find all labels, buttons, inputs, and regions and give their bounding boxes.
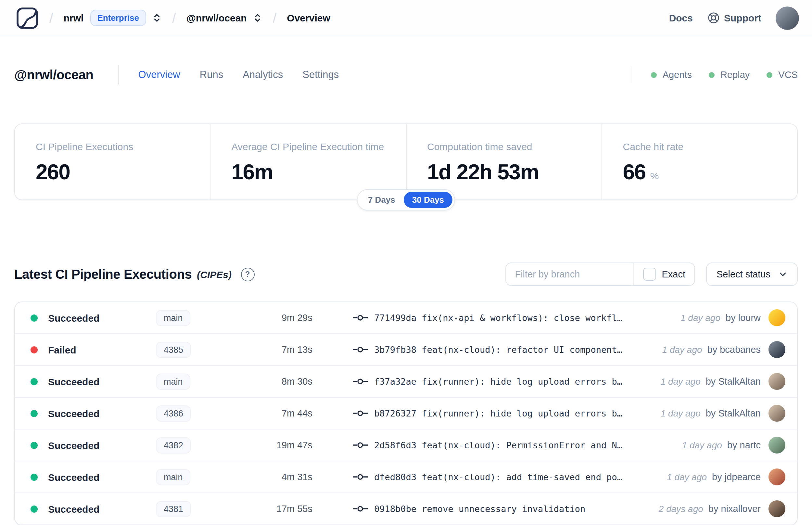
commit-message: 2d58f6d3 feat(nx-cloud): PermissionError…	[374, 440, 622, 450]
author-avatar	[768, 468, 785, 485]
table-row[interactable]: Failed 4385 7m 13s 3b79fb38 feat(nx-clou…	[15, 334, 797, 366]
top-nav: / nrwl Enterprise / @nrwl/ocean / Overvi…	[0, 0, 812, 36]
status-dot-icon	[31, 410, 38, 417]
author-avatar	[768, 405, 785, 422]
author-avatar	[768, 309, 785, 326]
enterprise-plan-badge[interactable]: Enterprise	[90, 10, 146, 26]
cipe-section-header: Latest CI Pipeline Executions (CIPEs) ? …	[14, 262, 798, 286]
time-ago: 1 day ago	[662, 344, 702, 355]
duration: 4m 31s	[227, 472, 312, 482]
commit-message: f37a32ae fix(runner): hide log upload er…	[374, 376, 622, 387]
range-option-7-days[interactable]: 7 Days	[359, 192, 404, 208]
table-row[interactable]: Succeeded main 9m 29s 771499da fix(nx-ap…	[15, 302, 797, 334]
git-commit-icon	[353, 505, 368, 513]
docs-link[interactable]: Docs	[669, 12, 693, 24]
author: by jdpearce	[712, 472, 761, 482]
section-title-note: (CIPEs)	[197, 269, 232, 280]
commit-message: 0918b0be remove unnecessary invalidation	[374, 504, 585, 514]
git-commit-icon	[353, 314, 368, 321]
status-label: Succeeded	[48, 471, 99, 482]
status-label: Succeeded	[48, 376, 99, 387]
time-ago: 1 day ago	[680, 313, 720, 323]
divider	[631, 66, 631, 83]
legend-item-vcs[interactable]: VCS	[767, 70, 798, 80]
section-title: Latest CI Pipeline Executions	[14, 267, 191, 282]
legend-item-agents[interactable]: Agents	[651, 70, 692, 80]
stat-average-execution-time: Average CI Pipeline Execution time 16m	[211, 124, 407, 199]
duration: 7m 13s	[227, 344, 312, 355]
exact-checkbox[interactable]	[643, 268, 656, 281]
commit-message: 3b79fb38 feat(nx-cloud): refactor UI com…	[374, 344, 622, 355]
table-row[interactable]: Succeeded main 4m 31s dfed80d3 feat(nx-c…	[15, 461, 797, 493]
duration: 7m 44s	[227, 408, 312, 418]
status-dot-icon	[31, 473, 38, 480]
time-ago: 2 days ago	[659, 504, 703, 514]
author: by nartc	[727, 440, 761, 450]
exact-match-segment: Exact	[633, 263, 694, 285]
status-label: Succeeded	[48, 439, 99, 451]
divider	[118, 65, 119, 85]
commit-message: 771499da fix(nx-api & workflows): close …	[374, 313, 622, 323]
app-viewport: / nrwl Enterprise / @nrwl/ocean / Overvi…	[0, 0, 812, 525]
table-row[interactable]: Succeeded 4381 17m 55s 0918b0be remove u…	[15, 493, 797, 525]
status-dot-icon	[31, 505, 38, 512]
author: by StalkAltan	[706, 408, 761, 418]
author-avatar	[768, 341, 785, 358]
status-label: Succeeded	[48, 312, 99, 323]
duration: 17m 55s	[227, 504, 312, 514]
status-dot-icon	[31, 314, 38, 321]
status-label: Succeeded	[48, 503, 99, 514]
status-label: Failed	[48, 344, 76, 355]
breadcrumb-org[interactable]: nrwl	[64, 12, 84, 24]
branch-badge: 4385	[156, 342, 191, 358]
tab-analytics[interactable]: Analytics	[243, 69, 283, 80]
legend-item-replay[interactable]: Replay	[709, 70, 750, 80]
status-dot-icon	[31, 346, 38, 353]
green-status-dot-icon	[767, 72, 772, 78]
tab-runs[interactable]: Runs	[200, 69, 223, 80]
date-range-toggle: 7 Days 30 Days	[357, 189, 455, 211]
stats-section: CI Pipeline Executions 260 Average CI Pi…	[14, 123, 798, 200]
breadcrumb-separator: /	[273, 10, 277, 26]
org-switcher-button[interactable]	[152, 13, 162, 23]
workspace-switcher-button[interactable]	[253, 13, 262, 23]
duration: 9m 29s	[227, 313, 312, 323]
user-avatar[interactable]	[776, 6, 799, 30]
breadcrumb-separator: /	[172, 10, 176, 26]
author: by lourw	[725, 313, 761, 323]
help-icon[interactable]: ?	[241, 267, 254, 281]
filter-controls: Exact Select status	[505, 262, 798, 286]
branch-badge: 4382	[156, 437, 191, 453]
duration: 19m 47s	[227, 440, 312, 450]
table-row[interactable]: Succeeded main 8m 30s f37a32ae fix(runne…	[15, 366, 797, 397]
branch-badge: main	[156, 310, 191, 326]
range-option-30-days[interactable]: 30 Days	[404, 192, 453, 208]
nx-cloud-logo-icon[interactable]	[16, 6, 39, 30]
git-commit-icon	[353, 377, 368, 385]
stat-cache-hit-rate: Cache hit rate 66%	[602, 124, 797, 199]
duration: 8m 30s	[227, 376, 312, 387]
table-row[interactable]: Succeeded 4382 19m 47s 2d58f6d3 feat(nx-…	[15, 430, 797, 461]
breadcrumb-separator: /	[49, 10, 53, 26]
table-row[interactable]: Succeeded 4386 7m 44s b8726327 fix(runne…	[15, 397, 797, 430]
nav-right-group: Docs Support	[669, 6, 799, 30]
tab-settings[interactable]: Settings	[302, 69, 339, 80]
author-avatar	[768, 500, 785, 517]
stat-computation-time-saved: Computation time saved 1d 22h 53m	[406, 124, 602, 199]
time-ago: 1 day ago	[667, 472, 707, 482]
stat-ci-pipeline-executions: CI Pipeline Executions 260	[15, 124, 211, 199]
stats-card: CI Pipeline Executions 260 Average CI Pi…	[14, 123, 798, 200]
green-status-dot-icon	[709, 72, 715, 78]
tab-overview[interactable]: Overview	[138, 69, 180, 80]
feature-status-legend: Agents Replay VCS	[631, 66, 798, 83]
select-status-dropdown[interactable]: Select status	[706, 262, 798, 286]
author: by StalkAltan	[706, 376, 761, 387]
branch-badge: main	[156, 373, 191, 390]
branch-filter-input[interactable]	[506, 263, 633, 285]
branch-badge: 4381	[156, 501, 191, 517]
support-link[interactable]: Support	[707, 12, 761, 24]
green-status-dot-icon	[651, 72, 657, 78]
breadcrumb-page: Overview	[287, 12, 330, 24]
breadcrumb-workspace[interactable]: @nrwl/ocean	[186, 12, 247, 24]
workspace-title: @nrwl/ocean	[14, 67, 94, 82]
